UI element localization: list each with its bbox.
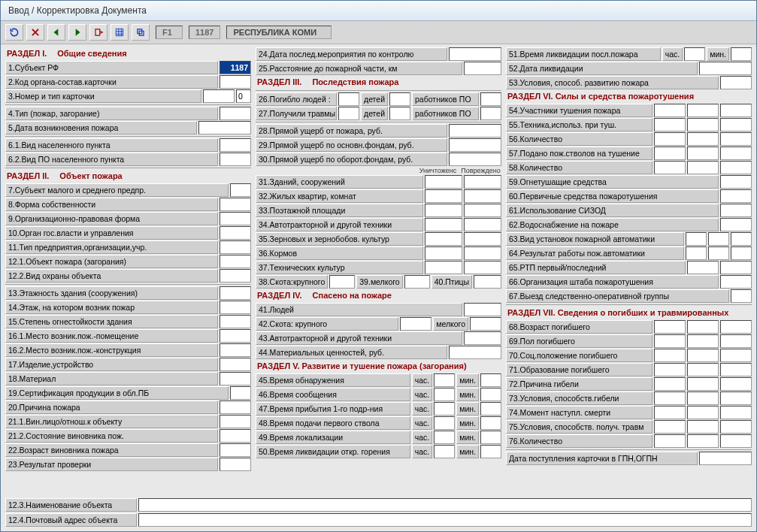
inp-f1[interactable] xyxy=(220,61,251,74)
inp-f33b[interactable] xyxy=(464,204,501,217)
inp-f42a[interactable] xyxy=(400,317,431,331)
inp-f33a[interactable] xyxy=(425,204,462,217)
inp-f54a[interactable] xyxy=(654,104,686,117)
export-icon[interactable] xyxy=(89,24,107,41)
inp-f76a[interactable] xyxy=(654,434,686,448)
inp-f51h[interactable] xyxy=(684,47,705,61)
inp-f67[interactable] xyxy=(731,289,752,303)
inp-f57c[interactable] xyxy=(720,147,752,160)
inp-f44[interactable] xyxy=(449,346,501,359)
grid-icon[interactable] xyxy=(111,24,129,41)
inp-f4[interactable] xyxy=(220,107,251,120)
inp-f5[interactable] xyxy=(198,121,251,135)
inp-f34a[interactable] xyxy=(425,218,462,231)
inp-f12-2[interactable] xyxy=(220,269,251,283)
inp-f46m[interactable] xyxy=(480,388,501,401)
inp-f30[interactable] xyxy=(449,153,501,166)
inp-f42b[interactable] xyxy=(470,317,501,331)
inp-f71c[interactable] xyxy=(720,363,752,376)
inp-f11[interactable] xyxy=(220,240,251,254)
inp-f16-2[interactable] xyxy=(220,343,251,357)
inp-f68a[interactable] xyxy=(654,320,686,334)
prev-icon[interactable] xyxy=(47,24,65,41)
inp-f12-4[interactable] xyxy=(138,513,752,527)
inp-f31a[interactable] xyxy=(425,175,462,189)
inp-f57a[interactable] xyxy=(654,147,686,160)
inp-f72a[interactable] xyxy=(654,377,686,391)
inp-f65a[interactable] xyxy=(687,261,719,274)
inp-f26a[interactable] xyxy=(338,92,359,106)
inp-f36b[interactable] xyxy=(464,246,501,260)
inp-f70a[interactable] xyxy=(654,349,686,362)
inp-f29[interactable] xyxy=(449,138,501,152)
inp-f50m[interactable] xyxy=(480,445,501,458)
inp-f14[interactable] xyxy=(220,301,251,314)
inp-f27b[interactable] xyxy=(389,107,410,120)
inp-f75a[interactable] xyxy=(654,420,686,434)
inp-f25[interactable] xyxy=(464,62,501,75)
inp-f54c[interactable] xyxy=(720,104,752,117)
inp-f49h[interactable] xyxy=(434,431,455,444)
inp-f8[interactable] xyxy=(220,198,251,211)
inp-f37b[interactable] xyxy=(464,261,501,274)
inp-f45m[interactable] xyxy=(480,373,501,387)
inp-f15[interactable] xyxy=(220,315,251,328)
inp-f48h[interactable] xyxy=(434,416,455,430)
inp-f75c[interactable] xyxy=(720,420,752,434)
inp-f69b[interactable] xyxy=(687,334,719,348)
inp-f56a[interactable] xyxy=(654,132,686,146)
inp-f27c[interactable] xyxy=(480,107,501,120)
inp-f24[interactable] xyxy=(449,47,501,61)
inp-f48m[interactable] xyxy=(480,416,501,430)
inp-f10[interactable] xyxy=(220,226,251,240)
inp-f63c[interactable] xyxy=(731,232,752,246)
inp-f52[interactable] xyxy=(699,62,752,75)
inp-f2[interactable] xyxy=(220,75,251,89)
inp-f62[interactable] xyxy=(720,218,752,231)
inp-f73b[interactable] xyxy=(687,391,719,405)
inp-f72c[interactable] xyxy=(720,377,752,391)
inp-f26c[interactable] xyxy=(480,92,501,106)
inp-f70b[interactable] xyxy=(687,349,719,362)
inp-f47m[interactable] xyxy=(480,402,501,416)
inp-f13[interactable] xyxy=(220,286,251,300)
inp-f57b[interactable] xyxy=(687,147,719,160)
inp-f63a[interactable] xyxy=(686,232,707,246)
refresh-icon[interactable] xyxy=(5,24,23,41)
inp-f53[interactable] xyxy=(720,76,752,89)
inp-f21-1[interactable] xyxy=(220,415,251,428)
inp-f38[interactable] xyxy=(329,275,355,289)
inp-f55a[interactable] xyxy=(654,118,686,131)
inp-f21-2[interactable] xyxy=(220,429,251,443)
inp-fdate[interactable] xyxy=(699,452,752,465)
inp-f35a[interactable] xyxy=(425,232,462,246)
next-icon[interactable] xyxy=(68,24,86,41)
inp-f31b[interactable] xyxy=(464,175,501,189)
inp-f3b[interactable] xyxy=(236,89,251,103)
inp-f56c[interactable] xyxy=(720,132,752,146)
inp-f12-3[interactable] xyxy=(138,498,752,512)
inp-f76b[interactable] xyxy=(687,434,719,448)
inp-f73a[interactable] xyxy=(654,391,686,405)
inp-f9[interactable] xyxy=(220,212,251,225)
inp-f61[interactable] xyxy=(720,204,752,217)
inp-f35b[interactable] xyxy=(464,232,501,246)
inp-f6-1[interactable] xyxy=(220,138,251,152)
inp-f45h[interactable] xyxy=(434,373,455,387)
inp-f58b[interactable] xyxy=(687,161,719,174)
inp-f19[interactable] xyxy=(230,386,251,400)
inp-f50h[interactable] xyxy=(434,445,455,458)
inp-f56b[interactable] xyxy=(687,132,719,146)
inp-f46h[interactable] xyxy=(434,388,455,401)
inp-f64a[interactable] xyxy=(686,246,707,260)
copy-icon[interactable] xyxy=(132,24,150,41)
inp-f66[interactable] xyxy=(720,275,752,289)
inp-f54b[interactable] xyxy=(687,104,719,117)
inp-f39[interactable] xyxy=(404,275,430,289)
inp-f20[interactable] xyxy=(220,401,251,414)
inp-f37a[interactable] xyxy=(425,261,462,274)
inp-f40[interactable] xyxy=(474,275,501,289)
inp-f70c[interactable] xyxy=(720,349,752,362)
inp-f58c[interactable] xyxy=(720,161,752,174)
inp-f36a[interactable] xyxy=(425,246,462,260)
